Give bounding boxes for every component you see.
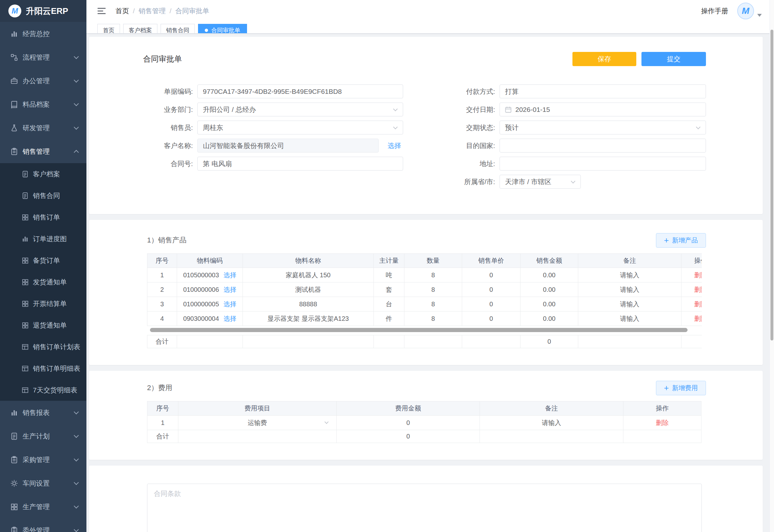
sidebar-item-sales-mgmt[interactable]: 销售管理 <box>0 140 86 163</box>
cell-qty[interactable]: 8 <box>404 311 462 326</box>
contract-no-input[interactable] <box>197 157 403 171</box>
note-input[interactable]: 请输入 <box>578 297 681 311</box>
chevron-down-icon <box>393 125 398 129</box>
clipboard-icon <box>10 147 18 156</box>
breadcrumb-home[interactable]: 首页 <box>115 6 129 15</box>
delete-row-link[interactable]: 删除 <box>656 419 669 426</box>
sidebar-item-rd-mgmt[interactable]: 研发管理 <box>0 116 86 140</box>
sidebar-item-workshop-settings[interactable]: 车间设置 <box>0 471 86 495</box>
sidebar-item-sales-report[interactable]: 销售报表 <box>0 401 86 424</box>
select-material-link[interactable]: 选择 <box>223 271 236 280</box>
delivery-status-select[interactable]: 预计 <box>500 121 706 134</box>
sidebar-item-label: 采购管理 <box>23 455 50 464</box>
contract-form: 单据编码: 业务部门: 升阳公司 / 总经办 销售员: <box>143 84 706 193</box>
sidebar-item-stock-order[interactable]: 备货订单 <box>0 250 86 271</box>
tab-contract-approval[interactable]: 合同审批单 <box>198 24 247 34</box>
contract-terms-textarea[interactable] <box>147 484 702 532</box>
manual-link[interactable]: 操作手册 <box>701 6 728 15</box>
sidebar-item-business-monitor[interactable]: 经营总控 <box>0 22 86 45</box>
product-row: 4 0903000004选择 显示器支架 显示器支架A123 件 8 0 0.0… <box>147 311 702 326</box>
tab-customer-archive[interactable]: 客户档案 <box>123 24 157 34</box>
sidebar-item-order-progress[interactable]: 订单进度图 <box>0 228 86 250</box>
breadcrumb-sales-mgmt[interactable]: 销售管理 <box>139 6 166 15</box>
note-input[interactable]: 请输入 <box>578 311 681 326</box>
sidebar-item-label: 料品档案 <box>23 100 50 109</box>
salesperson-select[interactable]: 周桂东 <box>197 121 403 134</box>
province-select[interactable]: 天津市 / 市辖区 <box>500 175 581 189</box>
cell-amount: 0.00 <box>521 282 578 297</box>
app-logo[interactable]: M 升阳云ERP <box>0 0 86 22</box>
delete-row-link[interactable]: 删除 <box>694 286 702 293</box>
cell-qty[interactable]: 8 <box>404 297 462 311</box>
caret-down-icon[interactable] <box>757 14 762 17</box>
address-input[interactable] <box>500 157 706 171</box>
sidebar-item-invoice-settlement[interactable]: 开票结算单 <box>0 293 86 314</box>
doc-code-input[interactable] <box>197 84 403 98</box>
horizontal-scrollbar-thumb[interactable] <box>150 328 688 332</box>
sidebar-item-sales-order-plan[interactable]: 销售订单计划表 <box>0 336 86 358</box>
add-expense-button[interactable]: +新增费用 <box>656 381 706 395</box>
delivery-date-picker[interactable]: 2026-01-15 <box>500 103 706 116</box>
vertical-scrollbar-thumb[interactable] <box>770 30 773 340</box>
country-input[interactable] <box>500 139 706 153</box>
sidebar-menu: 经营总控 流程管理 办公管理 料品档案 研发管理 <box>0 22 86 532</box>
select-value: 天津市 / 市辖区 <box>505 177 551 186</box>
expense-item-select[interactable]: 运输费 <box>181 419 334 427</box>
products-summary-table: 合计 0 <box>147 335 702 348</box>
cell-price[interactable]: 0 <box>462 268 521 282</box>
avatar[interactable]: M <box>737 3 754 19</box>
form-actions: 保存 提交 <box>572 52 706 66</box>
cell-action: 删除 <box>681 268 702 282</box>
cell-qty[interactable]: 8 <box>404 268 462 282</box>
horizontal-scrollbar <box>147 328 702 332</box>
select-value: 运输费 <box>248 419 267 426</box>
note-input[interactable]: 请输入 <box>578 282 681 297</box>
cell-price[interactable]: 0 <box>462 311 521 326</box>
sidebar-toggle-icon[interactable] <box>97 6 106 16</box>
delete-row-link[interactable]: 删除 <box>694 271 702 279</box>
field-doc-code: 单据编码: <box>143 84 403 98</box>
select-material-link[interactable]: 选择 <box>223 300 236 309</box>
sidebar-item-return-notice[interactable]: 退货通知单 <box>0 314 86 336</box>
sidebar-item-sales-order[interactable]: 销售订单 <box>0 206 86 228</box>
col-price: 销售单价 <box>462 254 521 268</box>
sidebar-item-material-archive[interactable]: 料品档案 <box>0 93 86 116</box>
select-material-link[interactable]: 选择 <box>223 285 236 294</box>
sidebar-item-outsourcing[interactable]: 委外管理 <box>0 518 86 532</box>
sidebar-item-customer-archive[interactable]: 客户档案 <box>0 163 86 185</box>
tab-sales-contract[interactable]: 销售合同 <box>161 24 195 34</box>
dept-select[interactable]: 升阳公司 / 总经办 <box>197 103 403 116</box>
delete-row-link[interactable]: 删除 <box>694 315 702 322</box>
products-card: 1）销售产品 +新增产品 序号 物料编码 物料名称 主计量 数量 <box>89 220 763 365</box>
cell-price[interactable]: 0 <box>462 282 521 297</box>
sidebar-item-purchase-mgmt[interactable]: 采购管理 <box>0 448 86 471</box>
cell-action: 删除 <box>681 297 702 311</box>
delete-row-link[interactable]: 删除 <box>694 300 702 308</box>
sidebar-item-shipping-notice[interactable]: 发货通知单 <box>0 271 86 293</box>
payment-input[interactable] <box>500 84 706 98</box>
note-input[interactable]: 请输入 <box>578 268 681 282</box>
cell-no: 3 <box>147 297 177 311</box>
col-qty: 数量 <box>404 254 462 268</box>
select-material-link[interactable]: 选择 <box>223 314 236 323</box>
cell-name: 测试机器 <box>243 282 374 297</box>
sidebar-item-7day-delivery[interactable]: 7天交货明细表 <box>0 379 86 401</box>
cell-qty[interactable]: 8 <box>404 282 462 297</box>
add-product-button[interactable]: +新增产品 <box>656 233 706 248</box>
submit-button[interactable]: 提交 <box>641 52 706 66</box>
sidebar-item-production-plan[interactable]: 生产计划 <box>0 424 86 448</box>
cell-amount[interactable]: 0 <box>337 416 480 430</box>
save-button[interactable]: 保存 <box>572 52 636 66</box>
note-input[interactable]: 请输入 <box>480 416 623 430</box>
select-customer-link[interactable]: 选择 <box>388 141 401 150</box>
sidebar-item-sales-contract[interactable]: 销售合同 <box>0 185 86 206</box>
sidebar-item-sales-order-detail[interactable]: 销售订单明细表 <box>0 358 86 379</box>
products-table-wrap: 序号 物料编码 物料名称 主计量 数量 销售单价 销售金额 备注 操作 <box>147 253 702 326</box>
tab-home[interactable]: 首页 <box>97 24 120 34</box>
cell-price[interactable]: 0 <box>462 297 521 311</box>
cell-code: 0100000006选择 <box>177 282 243 297</box>
sidebar-item-process-mgmt[interactable]: 流程管理 <box>0 45 86 69</box>
sidebar-item-production-mgmt[interactable]: 生产管理 <box>0 495 86 518</box>
sidebar-item-office-mgmt[interactable]: 办公管理 <box>0 69 86 93</box>
expenses-section-title: 2）费用 <box>147 383 172 393</box>
